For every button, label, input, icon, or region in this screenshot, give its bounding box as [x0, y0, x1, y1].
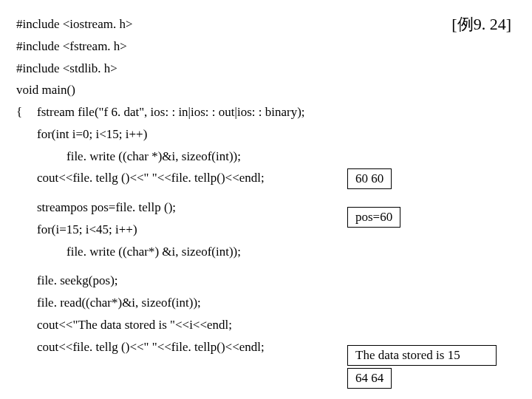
code-line: file. write ((char *)&i, sizeof(int)); — [16, 146, 516, 168]
brace-open: { — [16, 101, 37, 123]
example-title: [例9. 24] — [451, 13, 511, 35]
code-line: cout<<file. tellg ()<<" "<<file. tellp()… — [16, 167, 516, 189]
code-line: file. read((char*)&i, sizeof(int)); — [16, 292, 516, 314]
output-box-3: The data stored is 15 — [347, 345, 497, 366]
code-line: #include <iostream. h> — [16, 13, 516, 35]
code-line: file. seekg(pos); — [16, 270, 516, 292]
code-line: cout<<"The data stored is "<<i<<endl; — [16, 314, 516, 336]
output-box-4: 64 64 — [347, 368, 392, 389]
output-box-2: pos=60 — [347, 207, 400, 228]
output-box-1: 60 60 — [347, 168, 392, 189]
code-line: file. write ((char*) &i, sizeof(int)); — [16, 241, 516, 263]
code-line: void main() — [16, 79, 516, 101]
code-line: { fstream file("f 6. dat", ios: : in|ios… — [16, 101, 516, 123]
code-line: #include <fstream. h> — [16, 35, 516, 58]
code-line: streampos pos=file. tellp (); — [16, 197, 516, 219]
code-line: #include <stdlib. h> — [16, 58, 516, 80]
code-line: for(i=15; i<45; i++) — [16, 219, 516, 241]
code-line: for(int i=0; i<15; i++) — [16, 123, 516, 146]
code-text: fstream file("f 6. dat", ios: : in|ios: … — [37, 101, 305, 123]
